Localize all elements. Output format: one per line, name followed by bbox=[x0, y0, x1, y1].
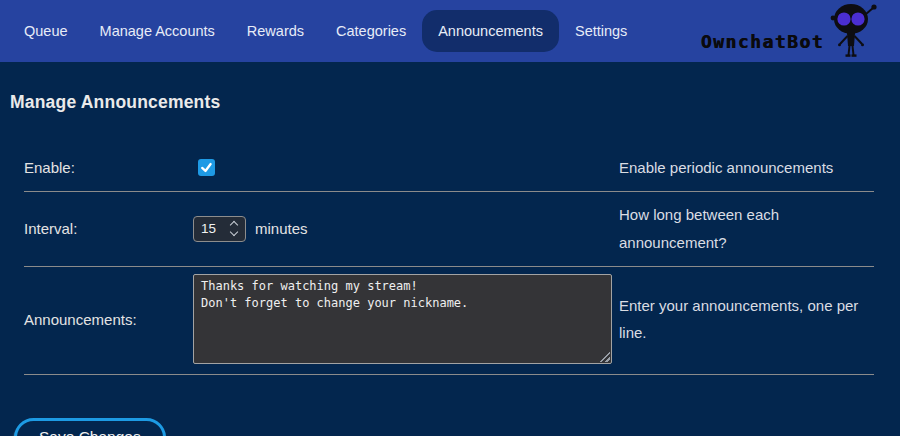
interval-label: Interval: bbox=[24, 220, 193, 237]
form-row-announcements: Announcements: Thanks for watching my st… bbox=[24, 267, 874, 375]
nav-item-queue[interactable]: Queue bbox=[8, 10, 84, 52]
nav-item-manage-accounts[interactable]: Manage Accounts bbox=[84, 10, 231, 52]
top-navbar: Queue Manage Accounts Rewards Categories… bbox=[0, 0, 900, 62]
nav-item-rewards[interactable]: Rewards bbox=[231, 10, 320, 52]
enable-label: Enable: bbox=[24, 159, 193, 176]
nav-item-categories[interactable]: Categories bbox=[320, 10, 422, 52]
brand-logo-text: OwnchatBot bbox=[701, 31, 824, 61]
robot-mascot-icon bbox=[824, 1, 882, 59]
save-changes-button[interactable]: Save Changes bbox=[14, 418, 166, 436]
interval-spinner[interactable] bbox=[222, 217, 245, 241]
page-title: Manage Announcements bbox=[10, 92, 900, 113]
form-row-enable: Enable: Enable periodic announcements bbox=[24, 148, 874, 192]
announcements-description: Enter your announcements, one per line. bbox=[619, 292, 874, 348]
interval-unit-label: minutes bbox=[255, 220, 308, 237]
enable-checkbox[interactable] bbox=[198, 159, 215, 176]
interval-description: How long between each announcement? bbox=[619, 201, 874, 257]
brand-logo: OwnchatBot bbox=[701, 1, 882, 61]
spin-down-icon[interactable] bbox=[229, 228, 237, 236]
nav-item-announcements[interactable]: Announcements bbox=[422, 10, 559, 52]
enable-description: Enable periodic announcements bbox=[619, 154, 874, 182]
announcements-label: Announcements: bbox=[24, 311, 193, 328]
checkmark-icon bbox=[199, 160, 214, 175]
announcements-textarea[interactable]: Thanks for watching my stream! Don't for… bbox=[193, 274, 612, 364]
interval-value-field[interactable] bbox=[194, 221, 222, 236]
nav-item-settings[interactable]: Settings bbox=[559, 10, 643, 52]
form-row-interval: Interval: minutes How long between each … bbox=[24, 192, 874, 268]
announcements-settings-form: Enable: Enable periodic announcements In… bbox=[24, 148, 874, 375]
interval-input[interactable] bbox=[193, 216, 246, 242]
